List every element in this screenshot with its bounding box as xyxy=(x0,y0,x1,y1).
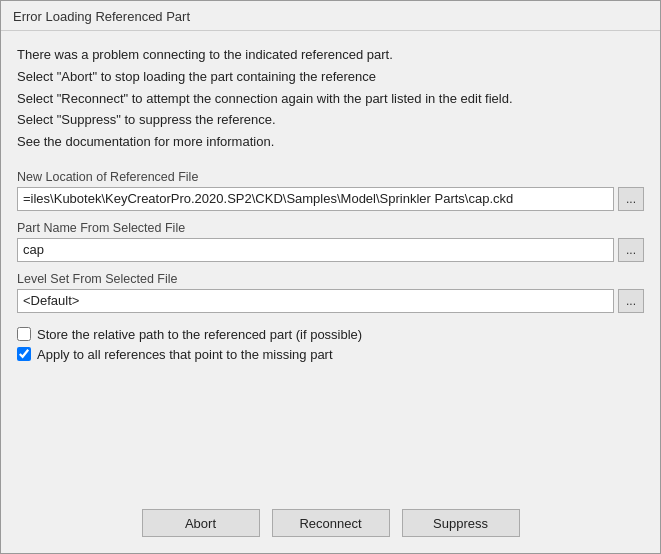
store-relative-checkbox[interactable] xyxy=(17,327,31,341)
level-set-row: ... xyxy=(17,289,644,313)
message-line-4: Select "Suppress" to suppress the refere… xyxy=(17,110,644,131)
level-set-label: Level Set From Selected File xyxy=(17,272,644,286)
level-set-field-group: Level Set From Selected File ... xyxy=(17,272,644,313)
message-area: There was a problem connecting to the in… xyxy=(17,45,644,154)
error-dialog: Error Loading Referenced Part There was … xyxy=(0,0,661,554)
apply-all-checkbox-row[interactable]: Apply to all references that point to th… xyxy=(17,347,644,362)
part-name-field-group: Part Name From Selected File ... xyxy=(17,221,644,262)
dialog-title: Error Loading Referenced Part xyxy=(13,9,190,24)
level-set-input[interactable] xyxy=(17,289,614,313)
new-location-field-group: New Location of Referenced File ... xyxy=(17,170,644,211)
part-name-browse-button[interactable]: ... xyxy=(618,238,644,262)
message-line-5: See the documentation for more informati… xyxy=(17,132,644,153)
new-location-browse-button[interactable]: ... xyxy=(618,187,644,211)
part-name-row: ... xyxy=(17,238,644,262)
dialog-title-bar: Error Loading Referenced Part xyxy=(1,1,660,31)
message-line-3: Select "Reconnect" to attempt the connec… xyxy=(17,89,644,110)
part-name-input[interactable] xyxy=(17,238,614,262)
store-relative-label: Store the relative path to the reference… xyxy=(37,327,362,342)
button-bar: Abort Reconnect Suppress xyxy=(1,499,660,553)
checkbox-area: Store the relative path to the reference… xyxy=(17,327,644,362)
part-name-label: Part Name From Selected File xyxy=(17,221,644,235)
abort-button[interactable]: Abort xyxy=(142,509,260,537)
message-line-2: Select "Abort" to stop loading the part … xyxy=(17,67,644,88)
level-set-browse-button[interactable]: ... xyxy=(618,289,644,313)
new-location-label: New Location of Referenced File xyxy=(17,170,644,184)
apply-all-label: Apply to all references that point to th… xyxy=(37,347,333,362)
new-location-row: ... xyxy=(17,187,644,211)
message-line-1: There was a problem connecting to the in… xyxy=(17,45,644,66)
suppress-button[interactable]: Suppress xyxy=(402,509,520,537)
reconnect-button[interactable]: Reconnect xyxy=(272,509,390,537)
apply-all-checkbox[interactable] xyxy=(17,347,31,361)
new-location-input[interactable] xyxy=(17,187,614,211)
dialog-body: There was a problem connecting to the in… xyxy=(1,31,660,499)
store-relative-checkbox-row[interactable]: Store the relative path to the reference… xyxy=(17,327,644,342)
